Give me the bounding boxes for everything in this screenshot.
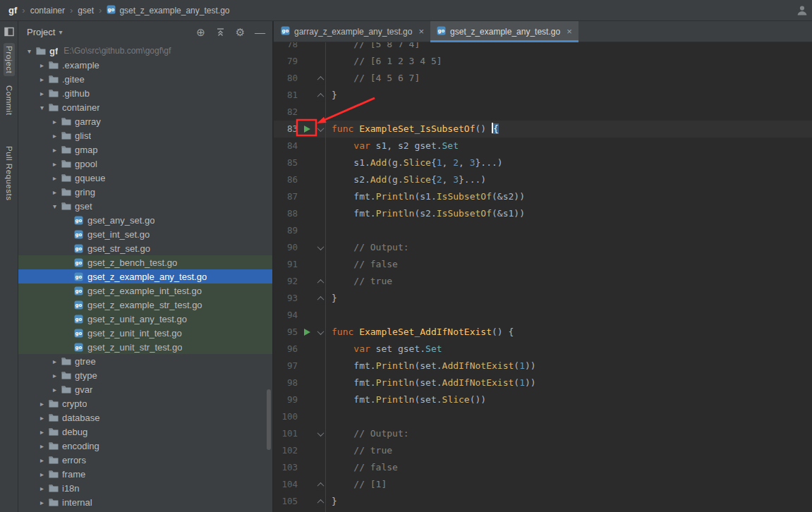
fold-start-icon[interactable] bbox=[316, 324, 325, 341]
breadcrumb-item-gset_z_example_any_test.go[interactable]: gogset_z_example_any_test.go bbox=[107, 5, 229, 16]
fold-start-icon[interactable] bbox=[316, 121, 325, 138]
project-tool-window-icon[interactable] bbox=[4, 27, 14, 37]
run-test-gutter-cell[interactable] bbox=[298, 324, 316, 341]
code-text[interactable]: // Output: bbox=[325, 425, 409, 442]
tree-item-gset_z_unit_str_test.go[interactable]: gogset_z_unit_str_test.go bbox=[18, 340, 272, 354]
tree-item-encoding[interactable]: ▸encoding bbox=[18, 439, 272, 453]
fold-end-icon[interactable] bbox=[316, 493, 325, 510]
tree-item-frame[interactable]: ▸frame bbox=[18, 467, 272, 481]
chevron-collapsed-icon[interactable]: ▸ bbox=[37, 400, 47, 408]
breadcrumb-item-gf[interactable]: gf bbox=[8, 5, 17, 16]
tree-item-gring[interactable]: ▸gring bbox=[18, 185, 272, 199]
chevron-collapsed-icon[interactable]: ▸ bbox=[49, 132, 60, 140]
chevron-collapsed-icon[interactable]: ▸ bbox=[37, 414, 47, 422]
fold-start-icon[interactable] bbox=[316, 239, 325, 256]
run-test-gutter-cell[interactable] bbox=[298, 121, 316, 138]
chevron-collapsed-icon[interactable]: ▸ bbox=[37, 442, 47, 450]
collapse-all-icon[interactable] bbox=[215, 28, 226, 37]
tree-item-glist[interactable]: ▸glist bbox=[18, 128, 272, 142]
tree-item-gvar[interactable]: ▸gvar bbox=[18, 382, 272, 396]
tree-item-gset_z_example_any_test.go[interactable]: gogset_z_example_any_test.go bbox=[18, 269, 272, 284]
code-text[interactable]: // false bbox=[325, 256, 398, 273]
tree-item-gset_z_example_str_test.go[interactable]: gogset_z_example_str_test.go bbox=[18, 298, 272, 312]
fold-end-icon[interactable] bbox=[316, 87, 325, 104]
code-text[interactable]: fmt.Println(s2.IsSubsetOf(&s1)) bbox=[325, 205, 525, 222]
code-text[interactable]: } bbox=[325, 290, 337, 307]
fold-start-icon[interactable] bbox=[316, 425, 325, 442]
stripe-item-pull-requests[interactable]: Pull Requests bbox=[4, 143, 15, 203]
tree-item-gtype[interactable]: ▸gtype bbox=[18, 368, 272, 382]
code-text[interactable]: // [6 1 2 3 4 5] bbox=[325, 53, 442, 70]
tree-item-gset_any_set.go[interactable]: gogset_any_set.go bbox=[18, 213, 272, 227]
tree-item-gset[interactable]: ▾gset bbox=[18, 199, 272, 213]
tree-item-.example[interactable]: ▸.example bbox=[18, 58, 272, 72]
chevron-collapsed-icon[interactable]: ▸ bbox=[49, 174, 60, 182]
chevron-collapsed-icon[interactable]: ▸ bbox=[49, 188, 60, 196]
editor-tab-gset_z_example_any_test.go[interactable]: gogset_z_example_any_test.go× bbox=[430, 21, 578, 42]
code-text[interactable]: fmt.Println(set.AddIfNotExist(1)) bbox=[325, 374, 536, 391]
chevron-collapsed-icon[interactable]: ▸ bbox=[37, 456, 47, 464]
tree-item-errors[interactable]: ▸errors bbox=[18, 453, 272, 467]
stripe-item-project[interactable]: Project bbox=[4, 43, 15, 76]
code-text[interactable]: fmt.Println(set.AddIfNotExist(1)) bbox=[325, 358, 536, 374]
tree-item-gset_str_set.go[interactable]: gogset_str_set.go bbox=[18, 241, 272, 255]
code-text[interactable]: fmt.Println(s1.IsSubsetOf(&s2)) bbox=[325, 188, 525, 205]
chevron-expanded-icon[interactable]: ▾ bbox=[37, 104, 47, 111]
code-text[interactable] bbox=[325, 408, 332, 425]
chevron-collapsed-icon[interactable]: ▸ bbox=[49, 358, 60, 365]
code-text[interactable]: var set gset.Set bbox=[325, 341, 442, 358]
fold-end-icon[interactable] bbox=[316, 476, 325, 493]
code-text[interactable]: s1.Add(g.Slice{1, 2, 3}...) bbox=[325, 154, 503, 171]
run-test-icon[interactable] bbox=[304, 126, 310, 133]
code-text[interactable]: // true bbox=[325, 442, 392, 459]
code-text[interactable]: } bbox=[325, 493, 337, 510]
chevron-collapsed-icon[interactable]: ▸ bbox=[37, 484, 47, 492]
code-text[interactable] bbox=[325, 222, 332, 239]
code-text[interactable]: func ExampleSet_AddIfNotExist() { bbox=[325, 324, 514, 341]
stripe-item-commit[interactable]: Commit bbox=[4, 83, 15, 118]
chevron-expanded-icon[interactable]: ▾ bbox=[49, 202, 60, 210]
chevron-collapsed-icon[interactable]: ▸ bbox=[49, 386, 60, 394]
chevron-collapsed-icon[interactable]: ▸ bbox=[37, 428, 47, 436]
tree-item-garray[interactable]: ▸garray bbox=[18, 114, 272, 128]
chevron-collapsed-icon[interactable]: ▸ bbox=[37, 470, 47, 478]
code-text[interactable]: // true bbox=[325, 273, 392, 290]
close-tab-icon[interactable]: × bbox=[418, 27, 424, 36]
tree-item-container[interactable]: ▾container bbox=[18, 100, 272, 114]
editor-tab-garray_z_example_any_test.go[interactable]: gogarray_z_example_any_test.go× bbox=[274, 21, 430, 42]
settings-gear-icon[interactable]: ⚙ bbox=[235, 27, 246, 37]
code-text[interactable]: } bbox=[325, 87, 337, 104]
fold-end-icon[interactable] bbox=[316, 290, 325, 307]
close-tab-icon[interactable]: × bbox=[566, 27, 572, 36]
chevron-collapsed-icon[interactable]: ▸ bbox=[37, 90, 47, 97]
run-test-icon[interactable] bbox=[304, 329, 310, 336]
breadcrumb-item-gset[interactable]: gset bbox=[78, 6, 94, 16]
tree-item-gset_z_unit_any_test.go[interactable]: gogset_z_unit_any_test.go bbox=[18, 312, 272, 326]
tree-item-gpool[interactable]: ▸gpool bbox=[18, 157, 272, 171]
tree-item-debug[interactable]: ▸debug bbox=[18, 425, 272, 439]
tree-item-gmap[interactable]: ▸gmap bbox=[18, 142, 272, 157]
code-text[interactable]: // [4 5 6 7] bbox=[325, 70, 420, 87]
chevron-collapsed-icon[interactable]: ▸ bbox=[49, 118, 60, 126]
chevron-collapsed-icon[interactable]: ▸ bbox=[37, 61, 47, 69]
chevron-collapsed-icon[interactable]: ▸ bbox=[49, 372, 60, 379]
tree-item-internal[interactable]: ▸internal bbox=[18, 495, 272, 509]
tree-item-gset_z_unit_int_test.go[interactable]: gogset_z_unit_int_test.go bbox=[18, 326, 272, 340]
code-text[interactable]: fmt.Println(set.Slice()) bbox=[325, 391, 486, 408]
tree-item-gf[interactable]: ▾gfE:\Go\src\github.com\gogf\gf bbox=[18, 44, 272, 58]
tree-item-gset_z_bench_test.go[interactable]: gogset_z_bench_test.go bbox=[18, 255, 272, 269]
fold-end-icon[interactable] bbox=[316, 273, 325, 290]
code-text[interactable]: // Output: bbox=[325, 239, 409, 256]
chevron-collapsed-icon[interactable]: ▸ bbox=[37, 499, 47, 506]
project-panel-title[interactable]: Project ▾ bbox=[27, 27, 63, 37]
tree-item-gset_int_set.go[interactable]: gogset_int_set.go bbox=[18, 227, 272, 241]
project-tree-scrollbar-thumb[interactable] bbox=[267, 389, 271, 450]
tree-item-crypto[interactable]: ▸crypto bbox=[18, 396, 272, 410]
code-text[interactable] bbox=[325, 104, 332, 121]
tree-item-gqueue[interactable]: ▸gqueue bbox=[18, 171, 272, 185]
hide-panel-icon[interactable]: — bbox=[255, 27, 265, 37]
chevron-collapsed-icon[interactable]: ▸ bbox=[49, 160, 60, 168]
tree-item-.github[interactable]: ▸.github bbox=[18, 86, 272, 100]
tree-item-i18n[interactable]: ▸i18n bbox=[18, 481, 272, 495]
tree-item-gset_z_example_int_test.go[interactable]: gogset_z_example_int_test.go bbox=[18, 284, 272, 298]
